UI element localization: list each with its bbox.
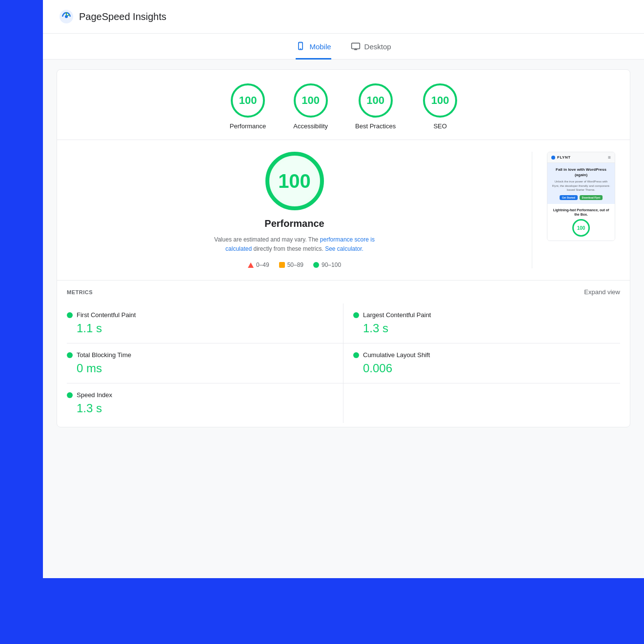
legend-50-89: 50–89 [279, 262, 303, 268]
score-label-accessibility: Accessibility [293, 122, 328, 130]
preview-menu-icon: ≡ [608, 155, 611, 160]
tab-mobile[interactable]: Mobile [296, 41, 331, 60]
metric-tbt: Total Blocking Time 0 ms [67, 343, 343, 383]
legend-90-100: 90–100 [313, 262, 341, 268]
svg-rect-4 [299, 42, 302, 44]
scores-row: 100 Performance 100 Accessibility 100 Be… [67, 83, 620, 140]
metrics-section: METRICS Expand view First Contentful Pai… [67, 281, 620, 427]
metric-cls-name-row: Cumulative Layout Shift [353, 351, 620, 359]
metrics-title: METRICS [67, 289, 93, 295]
score-item-seo[interactable]: 100 SEO [423, 83, 457, 130]
tab-desktop-label: Desktop [364, 42, 391, 51]
preview-footer-text: Lightning-fast Performance, out of the B… [551, 208, 611, 218]
svg-point-1 [65, 15, 68, 18]
score-circle-best-practices: 100 [359, 83, 393, 118]
preview-body: Fall in love with WordPress (again) Unlo… [547, 163, 615, 204]
preview-buttons: Get Started Download Flynt [551, 195, 611, 200]
metric-tbt-dot [67, 352, 73, 358]
preview-card: FLYNT ≡ Fall in love with WordPress (aga… [547, 152, 615, 241]
logo-text: PageSpeed Insights [79, 11, 166, 22]
main-content: 100 Performance 100 Accessibility 100 Be… [43, 60, 644, 445]
preview-sub: Unlock the true power of WordPress with … [551, 180, 611, 192]
blue-left-strip [0, 0, 43, 644]
performance-title: Performance [264, 218, 324, 229]
tab-mobile-label: Mobile [309, 42, 331, 51]
metric-fcp-value: 1.1 s [67, 322, 333, 335]
mobile-icon [296, 41, 305, 51]
preview-headline: Fall in love with WordPress (again) [551, 167, 611, 178]
legend-range-90-100: 90–100 [322, 262, 341, 268]
legend-row: 0–49 50–89 90–100 [248, 262, 341, 268]
metric-si-value: 1.3 s [67, 402, 333, 415]
metric-si: Speed Index 1.3 s [67, 383, 343, 423]
logo-area: PageSpeed Insights [59, 9, 166, 24]
square-icon [279, 262, 285, 268]
metrics-header: METRICS Expand view [67, 288, 620, 296]
preview-header: FLYNT ≡ [547, 152, 615, 163]
preview-brand: FLYNT [557, 155, 571, 160]
score-circle-seo: 100 [423, 83, 457, 118]
metric-cls: Cumulative Layout Shift 0.006 [343, 343, 620, 383]
score-item-best-practices[interactable]: 100 Best Practices [355, 83, 396, 130]
desktop-icon [351, 41, 361, 51]
metric-cls-value: 0.006 [353, 362, 620, 375]
score-item-accessibility[interactable]: 100 Accessibility [293, 83, 328, 130]
performance-desc: Values are estimated and may vary. The p… [212, 235, 378, 254]
legend-range-0-49: 0–49 [256, 262, 269, 268]
pagespeed-logo-icon [59, 9, 74, 24]
score-item-performance[interactable]: 100 Performance [230, 83, 266, 130]
metric-fcp-name-row: First Contentful Paint [67, 311, 333, 319]
tab-desktop[interactable]: Desktop [351, 41, 391, 60]
score-circle-performance: 100 [231, 83, 265, 118]
preview-footer: Lightning-fast Performance, out of the B… [547, 204, 615, 241]
metric-fcp-name: First Contentful Paint [77, 311, 136, 319]
preview-logo-dot [551, 156, 555, 160]
metric-si-dot [67, 392, 73, 398]
metric-tbt-name-row: Total Blocking Time [67, 351, 333, 359]
score-label-best-practices: Best Practices [355, 122, 396, 130]
triangle-icon [248, 262, 254, 268]
perf-desc-middle: directly from these metrics. [252, 245, 325, 252]
metric-lcp-name: Largest Contentful Paint [363, 311, 431, 319]
preview-panel: FLYNT ≡ Fall in love with WordPress (aga… [542, 152, 620, 247]
metric-fcp: First Contentful Paint 1.1 s [67, 303, 343, 343]
metric-tbt-value: 0 ms [67, 362, 333, 375]
metric-lcp-name-row: Largest Contentful Paint [353, 311, 620, 319]
main-panel: PageSpeed Insights Mobile Desktop [43, 0, 644, 644]
circle-icon [313, 262, 319, 268]
scores-card: 100 Performance 100 Accessibility 100 Be… [57, 69, 630, 427]
metric-cls-dot [353, 352, 359, 358]
svg-rect-5 [351, 43, 360, 49]
metric-lcp-dot [353, 312, 359, 318]
see-calculator-link[interactable]: See calculator. [325, 245, 363, 252]
metric-si-name: Speed Index [77, 391, 112, 399]
preview-score-small: 100 [572, 219, 590, 237]
tabs-container: Mobile Desktop [43, 34, 644, 60]
legend-range-50-89: 50–89 [287, 262, 303, 268]
bottom-blue-bar [43, 578, 644, 644]
preview-logo-area: FLYNT [551, 155, 571, 160]
big-score-circle: 100 [265, 152, 324, 210]
metric-fcp-dot [67, 312, 73, 318]
metric-tbt-name: Total Blocking Time [77, 351, 131, 359]
score-label-performance: Performance [230, 122, 266, 130]
score-circle-accessibility: 100 [294, 83, 328, 118]
preview-download-btn: Download Flynt [580, 195, 603, 200]
legend-0-49: 0–49 [248, 262, 269, 268]
header: PageSpeed Insights [43, 0, 644, 34]
metrics-grid: First Contentful Paint 1.1 s Largest Con… [67, 303, 620, 423]
metric-lcp: Largest Contentful Paint 1.3 s [343, 303, 620, 343]
score-label-seo: SEO [433, 122, 446, 130]
performance-section: 100 Performance Values are estimated and… [67, 140, 620, 280]
metric-si-name-row: Speed Index [67, 391, 333, 399]
performance-detail: 100 Performance Values are estimated and… [67, 152, 532, 268]
expand-view-button[interactable]: Expand view [584, 288, 620, 296]
metric-lcp-value: 1.3 s [353, 322, 620, 335]
metric-cls-name: Cumulative Layout Shift [363, 351, 430, 359]
preview-get-started-btn: Get Started [560, 195, 578, 200]
perf-desc-text: Values are estimated and may vary. The [214, 236, 320, 243]
